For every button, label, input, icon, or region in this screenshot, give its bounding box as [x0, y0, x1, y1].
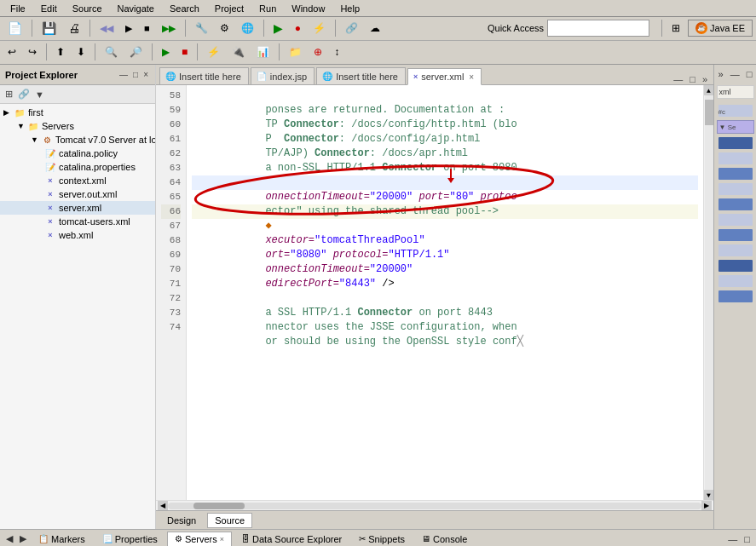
btm-minimize-button[interactable]: — [725, 533, 740, 545]
menu-navigate[interactable]: Navigate [111, 2, 161, 15]
scroll-thumb[interactable] [705, 100, 713, 125]
sidebar-close-button[interactable]: × [141, 70, 150, 79]
menu-search[interactable]: Search [163, 2, 206, 15]
toolbar2-btn-12[interactable]: 📁 [285, 43, 306, 60]
toolbar-btn-6[interactable]: ▶▶ [158, 20, 180, 37]
perspectives-button[interactable]: ⊞ [667, 20, 684, 37]
right-panel-item-1[interactable]: #c [718, 105, 753, 117]
console-tab[interactable]: 🖥 Console [414, 532, 475, 547]
menu-edit[interactable]: Edit [34, 2, 64, 15]
scroll-down-button[interactable]: ▼ [704, 490, 714, 500]
datasource-tab[interactable]: 🗄 Data Source Explorer [234, 532, 349, 547]
servers-tab-close[interactable]: × [220, 535, 224, 543]
toolbar-btn-2[interactable]: 🖨 [64, 19, 84, 37]
toolbar-btn-4[interactable]: ▶ [121, 20, 136, 37]
properties-tab[interactable]: 📃 Properties [95, 532, 165, 547]
toolbar2-btn-1[interactable]: ↩ [3, 43, 20, 60]
right-panel-item-8[interactable] [718, 229, 753, 241]
sidebar-menu-button[interactable]: ▼ [33, 89, 46, 100]
toolbar2-btn-10[interactable]: 🔌 [228, 43, 249, 60]
menu-project[interactable]: Project [208, 2, 251, 15]
menu-source[interactable]: Source [66, 2, 109, 15]
java-ee-button[interactable]: ☕ Java EE [688, 20, 753, 37]
btm-maximize-button[interactable]: □ [742, 533, 753, 545]
right-panel-item-2[interactable] [718, 137, 753, 149]
toolbar-btn-13[interactable]: 🔗 [341, 20, 362, 37]
toolbar-btn-8[interactable]: ⚙ [216, 20, 234, 37]
tab-ctrl-minimize[interactable]: — [671, 74, 685, 84]
right-panel-btn-3[interactable]: □ [745, 68, 754, 80]
menu-window[interactable]: Window [285, 2, 332, 15]
toolbar2-btn-14[interactable]: ↕ [330, 43, 343, 60]
toolbar2-btn-9[interactable]: ⚡ [203, 43, 224, 60]
right-panel-item-3[interactable] [718, 152, 753, 164]
tree-item-server-xml[interactable]: × server.xml [0, 201, 155, 215]
toolbar2-btn-5[interactable]: 🔍 [101, 43, 122, 60]
btm-tab-nav-left[interactable]: ◀ [3, 532, 15, 545]
right-panel-item-5[interactable] [718, 183, 753, 195]
toolbar2-btn-6[interactable]: 🔎 [125, 43, 147, 60]
toolbar2-btn-3[interactable]: ⬆ [52, 43, 69, 60]
right-panel-item-7[interactable] [718, 214, 753, 226]
collapse-all-button[interactable]: ⊞ [3, 89, 14, 100]
code-lines[interactable]: ponses are returned. Documentation at : … [187, 85, 703, 500]
toolbar2-btn-11[interactable]: 📊 [252, 43, 274, 60]
right-panel-item-10[interactable] [718, 260, 753, 272]
menu-help[interactable]: Help [333, 2, 366, 15]
right-panel-btn-2[interactable]: — [729, 68, 742, 80]
h-scroll-track[interactable] [168, 503, 701, 509]
markers-tab[interactable]: 📋 Markers [31, 532, 93, 547]
tree-item-catalina-props[interactable]: 📝 catalina.properties [0, 160, 155, 174]
scroll-track[interactable] [705, 95, 713, 490]
scroll-left-button[interactable]: ◀ [158, 501, 168, 511]
source-tab[interactable]: Source [207, 513, 252, 528]
toolbar2-btn-7[interactable]: ▶ [158, 43, 174, 60]
toolbar-btn-7[interactable]: 🔧 [191, 20, 212, 37]
toolbar-btn-10[interactable]: ▶ [269, 19, 287, 37]
tree-item-server-out-xml[interactable]: × server.out.xml [0, 187, 155, 201]
tab-insert-title-1[interactable]: 🌐 Insert title here [159, 67, 249, 84]
toolbar2-btn-4[interactable]: ⬇ [72, 43, 89, 60]
code-editor[interactable]: 58 59 60 61 62 63 64 65 66 67 68 69 70 7… [156, 85, 713, 529]
scroll-right-button[interactable]: ▶ [701, 501, 712, 511]
right-panel-item-6[interactable] [718, 198, 753, 210]
tree-item-catalina-policy[interactable]: 📝 catalina.policy [0, 147, 155, 160]
toolbar-btn-12[interactable]: ⚡ [309, 20, 330, 37]
toolbar-btn-9[interactable]: 🌐 [237, 20, 258, 37]
h-scroll-thumb[interactable] [193, 503, 245, 509]
snippets-tab[interactable]: ✂ Snippets [351, 532, 413, 547]
tab-close-server-xml[interactable]: × [469, 72, 474, 82]
right-panel-btn-1[interactable]: » [717, 68, 725, 80]
toolbar-btn-1[interactable]: 💾 [38, 19, 61, 37]
menu-file[interactable]: File [3, 2, 32, 15]
tree-item-servers[interactable]: ▼ 📁 Servers [0, 119, 155, 133]
servers-tab[interactable]: ⚙ Servers × [167, 532, 232, 547]
sidebar-minimize-button[interactable]: — [118, 70, 130, 79]
quick-access-input[interactable] [547, 20, 649, 37]
toolbar-btn-5[interactable]: ■ [140, 20, 154, 36]
tree-item-tomcat[interactable]: ▼ ⚙ Tomcat v7.0 Server at loca... [0, 133, 155, 147]
toolbar-btn-11[interactable]: ● [291, 20, 305, 37]
btm-tab-nav-right[interactable]: ▶ [17, 532, 29, 545]
new-button[interactable]: 📄 [3, 19, 26, 37]
toolbar-btn-14[interactable]: ☁ [366, 20, 384, 37]
design-tab[interactable]: Design [159, 513, 204, 528]
right-panel-item-4[interactable] [718, 168, 753, 180]
toolbar2-btn-2[interactable]: ↪ [24, 43, 41, 60]
tab-overflow[interactable]: » [700, 74, 710, 84]
tree-item-context-xml[interactable]: × context.xml [0, 174, 155, 187]
tab-server-xml[interactable]: × server.xml × [407, 68, 482, 85]
tree-item-web-xml[interactable]: × web.xml [0, 228, 155, 242]
right-panel-item-11[interactable] [718, 275, 753, 287]
toolbar-btn-3[interactable]: ◀◀ [95, 20, 118, 37]
tab-ctrl-maximize[interactable]: □ [687, 74, 698, 84]
toolbar2-btn-13[interactable]: ⊕ [309, 43, 326, 60]
tab-index-jsp[interactable]: 📄 index.jsp [251, 67, 315, 84]
horizontal-scrollbar[interactable]: ◀ ▶ [156, 500, 713, 510]
menu-run[interactable]: Run [252, 2, 283, 15]
right-panel-item-12[interactable] [718, 290, 753, 302]
tab-insert-title-2[interactable]: 🌐 Insert title here [316, 67, 406, 84]
link-with-editor-button[interactable]: 🔗 [16, 89, 32, 100]
right-panel-item-9[interactable] [718, 244, 753, 256]
scroll-up-button[interactable]: ▲ [704, 85, 714, 95]
